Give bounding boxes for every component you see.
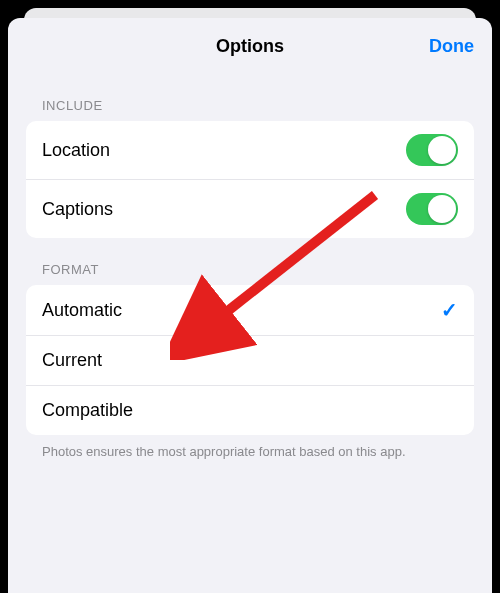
captions-label: Captions — [42, 199, 113, 220]
captions-toggle[interactable] — [406, 193, 458, 225]
format-current-label: Current — [42, 350, 102, 371]
location-row: Location — [26, 121, 474, 179]
format-group: Automatic ✓ Current Compatible — [26, 285, 474, 435]
format-section-header: FORMAT — [8, 238, 492, 285]
options-sheet: Options Done INCLUDE Location Captions F… — [8, 18, 492, 593]
format-current-row[interactable]: Current — [26, 335, 474, 385]
captions-row: Captions — [26, 179, 474, 238]
toggle-knob-icon — [428, 136, 456, 164]
done-button[interactable]: Done — [429, 36, 474, 57]
format-automatic-label: Automatic — [42, 300, 122, 321]
format-automatic-row[interactable]: Automatic ✓ — [26, 285, 474, 335]
format-footer-text: Photos ensures the most appropriate form… — [8, 435, 492, 461]
location-label: Location — [42, 140, 110, 161]
checkmark-icon: ✓ — [441, 298, 458, 322]
location-toggle[interactable] — [406, 134, 458, 166]
format-compatible-label: Compatible — [42, 400, 133, 421]
sheet-header: Options Done — [8, 18, 492, 74]
format-compatible-row[interactable]: Compatible — [26, 385, 474, 435]
include-group: Location Captions — [26, 121, 474, 238]
include-section-header: INCLUDE — [8, 74, 492, 121]
sheet-title: Options — [216, 36, 284, 57]
toggle-knob-icon — [428, 195, 456, 223]
